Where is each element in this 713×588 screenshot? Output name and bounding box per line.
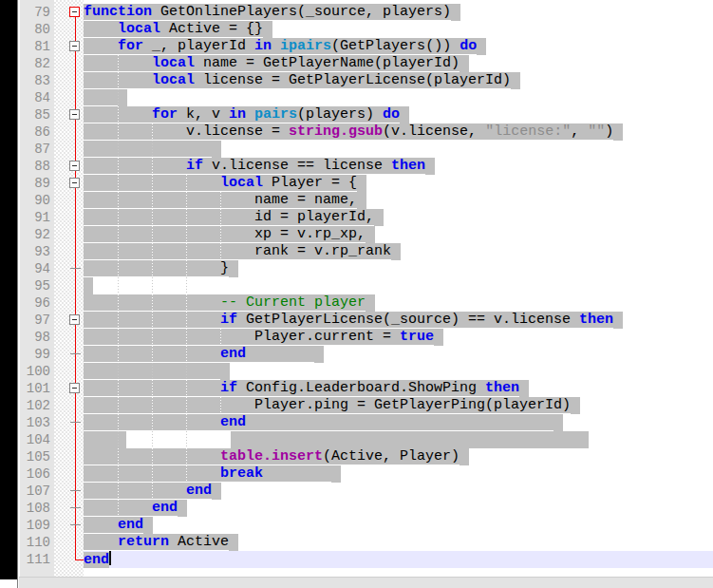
code-text[interactable]: v.license = string.gsub(v.license, "lice…	[84, 123, 713, 141]
code-line[interactable]: 83 local license = GetPlayerLicense(play…	[0, 72, 713, 89]
code-line[interactable]: 98 Player.current = true	[0, 329, 713, 346]
code-line-content[interactable]: rank = v.rp_rank	[84, 243, 401, 259]
code-line-content[interactable]: id = playerId,	[84, 209, 384, 225]
code-line-content[interactable]: local license = GetPlayerLicense(playerI…	[84, 72, 520, 88]
code-text[interactable]: Player.current = true	[84, 329, 713, 346]
code-line-content[interactable]: name = name,	[84, 192, 366, 208]
code-line[interactable]: 89 local Player = {	[0, 175, 713, 192]
code-text[interactable]: }	[84, 260, 713, 277]
code-line[interactable]: 79function GetOnlinePlayers(_source, pla…	[0, 4, 713, 21]
code-line-content[interactable]: local Player = {	[84, 175, 366, 191]
code-text[interactable]: end	[84, 346, 713, 363]
code-line[interactable]: 103 end	[0, 414, 713, 431]
code-text[interactable]	[84, 141, 713, 158]
code-text[interactable]: if v.license == license then	[84, 158, 713, 175]
code-line-content[interactable]: end	[84, 346, 324, 362]
code-text[interactable]: if Config.Leaderboard.ShowPing then	[84, 380, 713, 397]
code-line-content[interactable]: return Active	[84, 534, 238, 550]
code-line-content[interactable]: if GetPlayerLicense(_source) == v.licens…	[84, 312, 623, 328]
code-line[interactable]: 92 xp = v.rp_xp,	[0, 226, 713, 243]
code-line[interactable]: 86 v.license = string.gsub(v.license, "l…	[0, 123, 713, 141]
code-line[interactable]: 106 break	[0, 465, 713, 483]
code-line[interactable]: 97 if GetPlayerLicense(_source) == v.lic…	[0, 312, 713, 329]
code-line[interactable]: 95	[0, 277, 713, 294]
code-line-content[interactable]	[84, 431, 589, 447]
code-line[interactable]: 99 end	[0, 346, 713, 363]
code-line-content[interactable]: for _, playerId in ipairs(GetPlayers()) …	[84, 38, 486, 54]
code-text[interactable]	[84, 431, 713, 448]
code-text[interactable]: local Player = {	[84, 175, 713, 192]
code-text[interactable]	[84, 89, 713, 106]
code-line-content[interactable]: end	[84, 552, 111, 568]
code-line[interactable]: 84	[0, 89, 713, 106]
code-text[interactable]: xp = v.rp_xp,	[84, 226, 713, 243]
code-line[interactable]: 91 id = playerId,	[0, 209, 713, 226]
code-text[interactable]: if GetPlayerLicense(_source) == v.licens…	[84, 312, 713, 329]
code-line[interactable]: 87	[0, 141, 713, 158]
code-line-content[interactable]: v.license = string.gsub(v.license, "lice…	[84, 123, 623, 140]
code-line[interactable]: 107 end	[0, 483, 713, 500]
code-line[interactable]: 93 rank = v.rp_rank	[0, 243, 713, 260]
code-line-content[interactable]: local name = GetPlayerName(playerId)	[84, 55, 469, 71]
code-text[interactable]: for k, v in pairs(players) do	[84, 106, 713, 123]
code-line[interactable]: 94 }	[0, 260, 713, 277]
code-line-content[interactable]: end	[84, 483, 221, 499]
fold-collapse-icon[interactable]	[69, 7, 80, 17]
code-line[interactable]: 108 end	[0, 500, 713, 517]
code-line[interactable]: 81 for _, playerId in ipairs(GetPlayers(…	[0, 38, 713, 55]
code-line[interactable]: 82 local name = GetPlayerName(playerId)	[0, 55, 713, 72]
code-text[interactable]: -- Current player	[84, 294, 713, 312]
code-line[interactable]: 109 end	[0, 517, 713, 534]
code-text[interactable]: function GetOnlinePlayers(_source, playe…	[84, 4, 713, 21]
code-line[interactable]: 101 if Config.Leaderboard.ShowPing then	[0, 380, 713, 397]
fold-collapse-icon[interactable]	[69, 161, 80, 171]
fold-collapse-icon[interactable]	[69, 314, 80, 325]
code-line-content[interactable]	[84, 141, 221, 157]
code-line[interactable]: 80 local Active = {}	[0, 21, 713, 38]
code-line[interactable]: 102 Player.ping = GetPlayerPing(playerId…	[0, 397, 713, 414]
code-line-content[interactable]: Player.ping = GetPlayerPing(playerId)	[84, 397, 580, 413]
code-line[interactable]: 96 -- Current player	[0, 294, 713, 312]
code-line-content[interactable]: function GetOnlinePlayers(_source, playe…	[84, 4, 460, 20]
code-text[interactable]: break	[84, 465, 713, 483]
code-line[interactable]: 100	[0, 363, 713, 380]
code-line[interactable]: 110 return Active	[0, 534, 713, 551]
code-line[interactable]: 88 if v.license == license then	[0, 158, 713, 175]
code-line-content[interactable]: xp = v.rp_xp,	[84, 226, 375, 242]
code-line-content[interactable]	[84, 363, 230, 379]
code-text[interactable]	[84, 363, 713, 380]
fold-collapse-icon[interactable]	[69, 178, 80, 188]
code-lines-container[interactable]: 79function GetOnlinePlayers(_source, pla…	[0, 4, 713, 568]
code-text[interactable]: end	[84, 483, 713, 500]
code-line-content[interactable]: local Active = {}	[84, 21, 272, 37]
code-line-content[interactable]: }	[84, 260, 238, 276]
code-line-content[interactable]: break	[84, 465, 341, 482]
fold-collapse-icon[interactable]	[69, 383, 80, 393]
code-line-content[interactable]: -- Current player	[84, 294, 375, 311]
code-line[interactable]: 105 table.insert(Active, Player)	[0, 448, 713, 465]
code-text[interactable]: end	[84, 551, 713, 568]
code-line-content[interactable]: end	[84, 414, 563, 430]
code-text[interactable]: return Active	[84, 534, 713, 551]
code-text[interactable]: table.insert(Active, Player)	[84, 448, 713, 465]
code-line-content[interactable]: Player.current = true	[84, 329, 443, 345]
code-line-content[interactable]	[84, 89, 127, 105]
code-line-content[interactable]: for k, v in pairs(players) do	[84, 106, 409, 123]
code-line-content[interactable]	[84, 277, 93, 294]
code-text[interactable]: local license = GetPlayerLicense(playerI…	[84, 72, 713, 89]
code-text[interactable]: for _, playerId in ipairs(GetPlayers()) …	[84, 38, 713, 55]
code-line-content[interactable]: if v.license == license then	[84, 158, 435, 174]
code-text[interactable]: end	[84, 500, 713, 517]
code-text[interactable]: end	[84, 517, 713, 534]
code-text[interactable]: local Active = {}	[84, 21, 713, 38]
fold-collapse-icon[interactable]	[69, 41, 80, 51]
code-text[interactable]: Player.ping = GetPlayerPing(playerId)	[84, 397, 713, 414]
code-text[interactable]: end	[84, 414, 713, 431]
code-text[interactable]: local name = GetPlayerName(playerId)	[84, 55, 713, 72]
code-text[interactable]: name = name,	[84, 192, 713, 209]
code-line-content[interactable]: end	[84, 517, 153, 533]
code-line[interactable]: 90 name = name,	[0, 192, 713, 209]
code-line[interactable]: 104	[0, 431, 713, 448]
code-line[interactable]: 85 for k, v in pairs(players) do	[0, 106, 713, 123]
code-text[interactable]: id = playerId,	[84, 209, 713, 226]
